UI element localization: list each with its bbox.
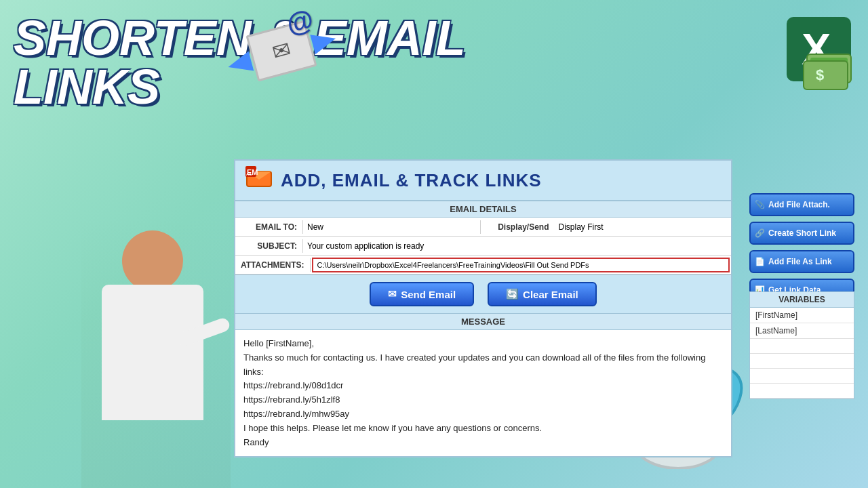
- attach-icon: 📎: [755, 200, 765, 209]
- panel-header: EM AIL ADD, EMAIL & TRACK LINKS: [235, 161, 731, 201]
- send-icon: ✉: [388, 288, 397, 300]
- email-to-label: EMAIL TO:: [235, 220, 303, 234]
- attachments-label: ATTACHMENTS:: [235, 258, 311, 272]
- message-line-2: Thanks so much for contacting us. I have…: [243, 351, 723, 380]
- send-email-label: Send Email: [401, 289, 456, 300]
- svg-text:AIL: AIL: [246, 172, 253, 176]
- email-to-row: EMAIL TO: Display/Send: [235, 218, 731, 237]
- attachments-input[interactable]: [312, 258, 730, 272]
- variable-blank-2: [750, 354, 854, 369]
- message-link-2: https://rebrand.ly/5h1zlf8: [243, 393, 723, 407]
- message-line-1: Hello [FirstName],: [243, 337, 723, 351]
- message-body: Hello [FirstName], Thanks so much for co…: [235, 330, 731, 456]
- panel-header-icon: EM AIL: [245, 166, 273, 195]
- panel-header-title: ADD, EMAIL & TRACK LINKS: [281, 170, 542, 191]
- svg-rect-5: [804, 61, 848, 89]
- message-closing-2: Randy: [243, 436, 723, 450]
- variable-blank-1: [750, 339, 854, 354]
- send-email-button[interactable]: ✉ Send Email: [370, 282, 474, 306]
- email-to-input[interactable]: [303, 220, 480, 234]
- message-section: MESSAGE Hello [FirstName], Thanks so muc…: [235, 313, 731, 456]
- clear-email-button[interactable]: 🔄 Clear Email: [488, 282, 597, 306]
- display-send-input[interactable]: [555, 220, 732, 234]
- add-file-as-link-button[interactable]: 📄 Add File As Link: [749, 250, 854, 273]
- main-panel: EM AIL ADD, EMAIL & TRACK LINKS EMAIL DE…: [234, 159, 732, 458]
- variable-blank-4: [750, 384, 854, 399]
- display-send-label: Display/Send: [480, 220, 555, 234]
- file-link-icon: 📄: [755, 257, 765, 266]
- svg-text:$: $: [816, 66, 824, 83]
- email-details-section: EMAIL DETAILS EMAIL TO: Display/Send SUB…: [235, 201, 731, 275]
- link-icon: 🔗: [755, 228, 765, 238]
- message-closing-1: I hope this helps. Please let me know if…: [243, 422, 723, 436]
- variables-panel: VARIABLES [FirstName] [LastName]: [749, 291, 854, 399]
- variable-lastname[interactable]: [LastName]: [750, 323, 854, 339]
- clear-email-label: Clear Email: [523, 289, 578, 300]
- message-link-3: https://rebrand.ly/mhw95ay: [243, 407, 723, 422]
- excel-logo: X $ $: [746, 14, 854, 102]
- add-file-attach-label: Add File Attach.: [768, 200, 830, 209]
- create-short-link-button[interactable]: 🔗 Create Short Link: [749, 222, 854, 245]
- add-file-as-link-label: Add File As Link: [768, 257, 832, 266]
- right-panel: 📎 Add File Attach. 🔗 Create Short Link 📄…: [749, 193, 854, 302]
- email-details-header: EMAIL DETAILS: [235, 201, 731, 218]
- subject-label: SUBJECT:: [235, 239, 303, 253]
- variable-firstname[interactable]: [FirstName]: [750, 308, 854, 323]
- subject-row: SUBJECT:: [235, 237, 731, 256]
- variable-blank-3: [750, 369, 854, 384]
- create-short-link-label: Create Short Link: [768, 228, 836, 238]
- subject-input[interactable]: [303, 239, 731, 253]
- variables-header: VARIABLES: [750, 292, 854, 308]
- person-image: [81, 203, 231, 488]
- message-header: MESSAGE: [235, 314, 731, 330]
- clear-icon: 🔄: [506, 288, 519, 300]
- message-link-1: https://rebrand.ly/08d1dcr: [243, 379, 723, 393]
- add-file-attach-button[interactable]: 📎 Add File Attach.: [749, 193, 854, 216]
- action-buttons-row: ✉ Send Email 🔄 Clear Email: [235, 275, 731, 313]
- attachments-row: ATTACHMENTS:: [235, 256, 731, 274]
